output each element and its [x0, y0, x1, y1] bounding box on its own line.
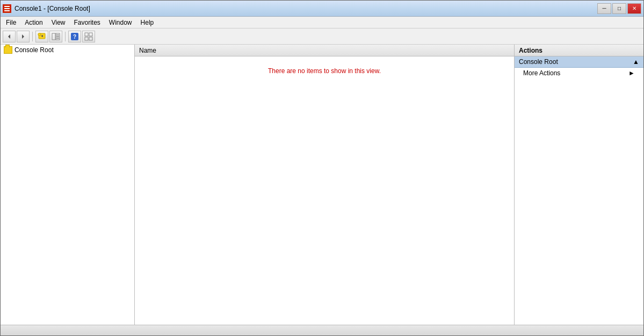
menu-view[interactable]: View: [47, 18, 70, 27]
actions-header: Actions: [515, 45, 643, 56]
minimize-button[interactable]: ─: [597, 3, 611, 14]
folder-icon: [4, 46, 12, 54]
empty-message: There are no items to show in this view.: [135, 56, 514, 325]
menu-help[interactable]: Help: [136, 18, 158, 27]
menu-bar: File Action View Favorites Window Help: [1, 17, 643, 28]
svg-rect-1: [4, 8, 10, 9]
svg-rect-9: [52, 33, 55, 40]
toolbar-separator-2: [65, 32, 66, 41]
window-controls: ─ □ ✕: [597, 3, 641, 14]
status-bar: [1, 325, 643, 335]
show-hide-button[interactable]: [49, 31, 62, 42]
restore-button[interactable]: □: [612, 3, 626, 14]
toolbar-separator-1: [32, 32, 33, 41]
main-window: Console1 - [Console Root] ─ □ ✕ File Act…: [0, 0, 644, 336]
svg-rect-19: [89, 37, 92, 40]
svg-rect-2: [4, 6, 10, 7]
app-icon: [3, 4, 11, 13]
menu-favorites[interactable]: Favorites: [70, 18, 105, 27]
toolbar: ?: [1, 28, 643, 45]
menu-window[interactable]: Window: [105, 18, 136, 27]
tree-panel[interactable]: Console Root: [1, 45, 135, 325]
svg-marker-5: [22, 34, 24, 39]
actions-panel: Actions Console Root ▲ More Actions ►: [515, 45, 643, 325]
actions-section-label: Console Root: [519, 58, 558, 66]
menu-action[interactable]: Action: [20, 18, 47, 27]
svg-rect-3: [4, 10, 10, 11]
extra-button[interactable]: [82, 31, 95, 42]
svg-text:?: ?: [73, 34, 76, 40]
svg-rect-17: [89, 33, 92, 36]
svg-rect-7: [38, 33, 41, 35]
column-header-name: Name: [135, 45, 514, 56]
menu-file[interactable]: File: [2, 18, 20, 27]
svg-marker-4: [8, 34, 10, 39]
actions-item-more-actions[interactable]: More Actions ►: [515, 68, 643, 78]
close-button[interactable]: ✕: [627, 3, 641, 14]
actions-section-console-root[interactable]: Console Root ▲: [515, 56, 643, 68]
back-button[interactable]: [3, 31, 16, 42]
svg-rect-18: [85, 37, 88, 40]
arrow-icon: ►: [628, 69, 635, 77]
actions-item-label: More Actions: [523, 69, 560, 77]
svg-rect-16: [85, 33, 88, 36]
tree-item-console-root[interactable]: Console Root: [1, 45, 134, 55]
forward-button[interactable]: [17, 31, 30, 42]
up-button[interactable]: [35, 31, 48, 42]
collapse-icon: ▲: [633, 58, 639, 66]
title-bar-left: Console1 - [Console Root]: [3, 4, 90, 13]
window-title: Console1 - [Console Root]: [15, 5, 90, 12]
main-content: Console Root Name There are no items to …: [1, 45, 643, 325]
title-bar: Console1 - [Console Root] ─ □ ✕: [1, 1, 643, 17]
center-panel: Name There are no items to show in this …: [135, 45, 515, 325]
tree-item-label: Console Root: [15, 46, 54, 54]
help-button[interactable]: ?: [68, 31, 81, 42]
